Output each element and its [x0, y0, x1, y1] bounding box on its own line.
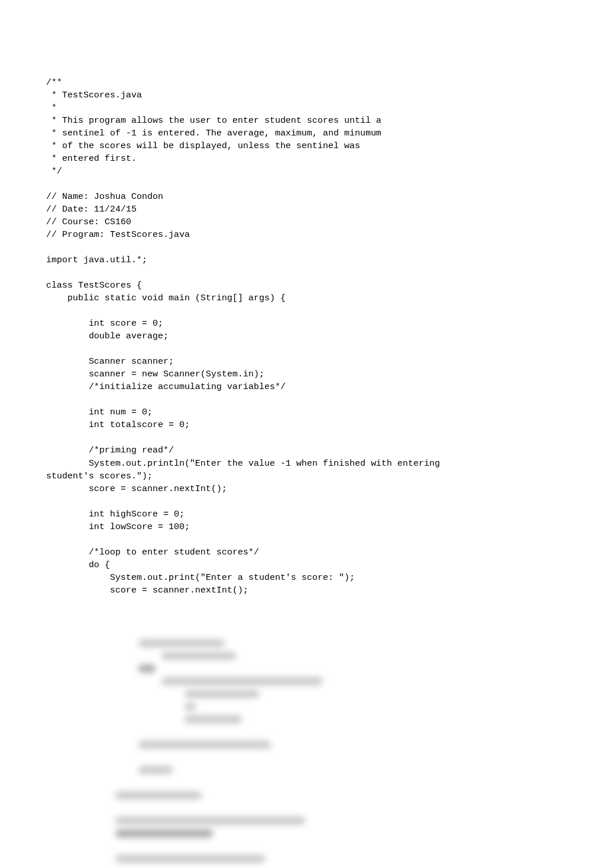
blurred-line [46, 662, 566, 675]
blurred-line [46, 713, 566, 726]
blur-chip [184, 715, 242, 723]
blurred-line [46, 776, 566, 789]
code-line [46, 597, 566, 609]
blurred-line [46, 751, 566, 764]
code-line: * entered first. [46, 152, 566, 165]
code-block: /** * TestScores.java * * This program a… [46, 76, 566, 609]
code-line: int lowScore = 100; [46, 520, 566, 533]
code-line [46, 178, 566, 190]
code-line: Scanner scanner; [46, 355, 566, 368]
code-line: int score = 0; [46, 317, 566, 330]
blurred-line [46, 650, 566, 662]
blur-chip [138, 741, 271, 749]
code-line: score = scanner.nextInt(); [46, 584, 566, 597]
code-line [46, 533, 566, 546]
code-line: * sentinel of -1 is entered. The average… [46, 127, 566, 139]
code-line: System.out.println("Enter the value -1 w… [46, 457, 566, 470]
blur-chip [115, 791, 202, 799]
code-line: /*initialize accumulating variables*/ [46, 380, 566, 393]
code-line: score = scanner.nextInt(); [46, 482, 566, 495]
blurred-line [46, 675, 566, 688]
code-line: * TestScores.java [46, 89, 566, 101]
blur-chip [115, 829, 213, 837]
blurred-line [46, 700, 566, 713]
code-line [46, 342, 566, 355]
blurred-line [46, 789, 566, 802]
code-line [46, 304, 566, 317]
code-line: import java.util.*; [46, 254, 566, 266]
code-line: do { [46, 558, 566, 571]
code-line: double average; [46, 330, 566, 342]
code-line: /*loop to enter student scores*/ [46, 546, 566, 558]
code-line: */ [46, 165, 566, 178]
code-line: * of the scores will be displayed, unles… [46, 139, 566, 152]
code-line [46, 266, 566, 279]
blur-chip [115, 855, 265, 863]
blurred-line [46, 802, 566, 814]
blurred-line [46, 764, 566, 776]
code-line [46, 495, 566, 508]
code-line: class TestScores { [46, 279, 566, 292]
blurred-line [46, 814, 566, 827]
blurred-line [46, 738, 566, 751]
code-line: int totalscore = 0; [46, 418, 566, 431]
blurred-line [46, 840, 566, 852]
code-line: * [46, 101, 566, 114]
blur-chip [184, 690, 259, 698]
code-line: /** [46, 76, 566, 89]
blur-chip [161, 652, 236, 660]
code-line: // Date: 11/24/15 [46, 203, 566, 216]
code-line [46, 393, 566, 406]
blurred-line [46, 852, 566, 865]
code-line: int highScore = 0; [46, 508, 566, 520]
blurred-line [46, 688, 566, 700]
code-line: // Program: TestScores.java [46, 228, 566, 241]
blur-chip [184, 703, 196, 711]
blurred-region [46, 637, 566, 868]
blur-chip [115, 817, 305, 825]
blurred-line [46, 865, 566, 868]
code-line: System.out.print("Enter a student's scor… [46, 571, 566, 584]
code-line: student's scores."); [46, 470, 566, 482]
code-line: // Course: CS160 [46, 216, 566, 228]
code-line: /*priming read*/ [46, 444, 566, 456]
blur-chip [138, 665, 156, 673]
code-line: * This program allows the user to enter … [46, 114, 566, 127]
code-document: /** * TestScores.java * * This program a… [0, 0, 612, 868]
blurred-line [46, 827, 566, 840]
code-line [46, 431, 566, 444]
blur-chip [138, 766, 173, 774]
blurred-line [46, 637, 566, 650]
blur-chip [161, 677, 323, 685]
blurred-line [46, 726, 566, 738]
blur-chip [138, 639, 225, 647]
code-line [46, 241, 566, 254]
code-line: scanner = new Scanner(System.in); [46, 368, 566, 380]
code-line: // Name: Joshua Condon [46, 190, 566, 203]
code-line: public static void main (String[] args) … [46, 292, 566, 304]
code-line: int num = 0; [46, 406, 566, 418]
